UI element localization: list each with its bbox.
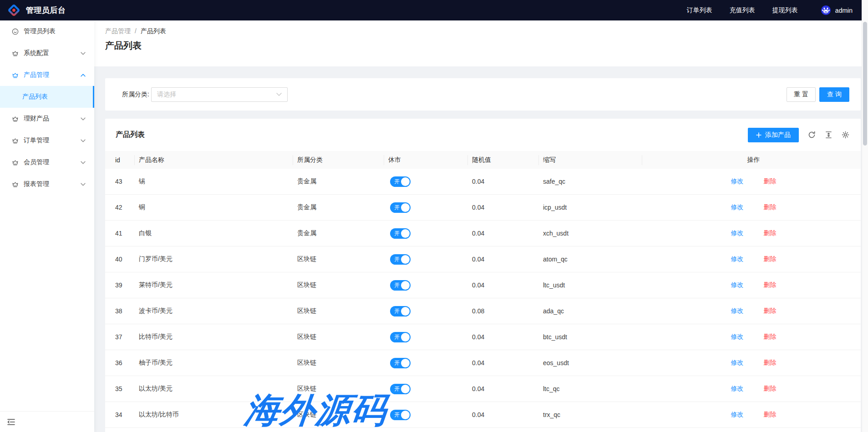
market-toggle[interactable]: 开: [390, 280, 411, 291]
cell-id: 34: [105, 411, 139, 418]
cell-random-value: 0.04: [472, 333, 543, 341]
sidebar-item-finance-products[interactable]: 理财产品: [0, 108, 94, 130]
edit-link[interactable]: 修改: [731, 411, 744, 419]
cell-product-name: 波卡币/美元: [139, 307, 297, 315]
cell-category: 贵金属: [297, 229, 388, 237]
cell-random-value: 0.04: [472, 230, 543, 237]
edit-link[interactable]: 修改: [731, 229, 744, 237]
market-toggle[interactable]: 开: [390, 176, 411, 187]
sidebar-item-product-management[interactable]: 产品管理: [0, 64, 94, 86]
chevron-down-icon: [81, 117, 86, 121]
column-header-category: 所属分类: [297, 156, 388, 164]
reload-icon[interactable]: [808, 131, 816, 139]
add-product-button[interactable]: 添加产品: [748, 128, 799, 142]
column-height-icon[interactable]: [825, 131, 832, 139]
delete-link[interactable]: 删除: [764, 255, 777, 263]
category-select-placeholder: 请选择: [157, 90, 176, 99]
cell-category: 区块链: [297, 359, 388, 367]
toggle-on-label: 开: [394, 280, 400, 291]
delete-link[interactable]: 删除: [764, 281, 777, 289]
edit-link[interactable]: 修改: [731, 255, 744, 263]
delete-link[interactable]: 删除: [764, 385, 777, 393]
delete-link[interactable]: 删除: [764, 307, 777, 315]
cell-abbr: trx_qc: [543, 411, 646, 418]
cell-market-switch: 开: [388, 332, 472, 342]
cell-product-name: 锡: [139, 177, 297, 186]
toggle-on-label: 开: [394, 358, 400, 368]
delete-link[interactable]: 删除: [764, 333, 777, 341]
sidebar-item-system-config[interactable]: 系统配置: [0, 42, 94, 64]
cell-market-switch: 开: [388, 176, 472, 187]
cell-abbr: ltc_qc: [543, 385, 646, 392]
delete-link[interactable]: 删除: [764, 411, 777, 419]
reset-button[interactable]: 重 置: [787, 87, 816, 102]
market-toggle[interactable]: 开: [390, 202, 411, 213]
edit-link[interactable]: 修改: [731, 333, 744, 341]
menu-fold-icon[interactable]: [7, 419, 15, 425]
topnav-withdraw-list[interactable]: 提现列表: [772, 6, 798, 15]
edit-link[interactable]: 修改: [731, 385, 744, 393]
cell-abbr: eos_usdt: [543, 359, 646, 367]
sidebar-item-order-management[interactable]: 订单管理: [0, 130, 94, 151]
cell-actions: 修改删除: [646, 255, 861, 263]
sidebar-item-member-management[interactable]: 会员管理: [0, 151, 94, 173]
cell-id: 43: [105, 178, 139, 185]
market-toggle[interactable]: 开: [390, 358, 411, 368]
delete-link[interactable]: 删除: [764, 229, 777, 237]
topbar: 管理员后台 订单列表 充值列表 提现列表 du admin: [0, 0, 868, 20]
table-card-header: 产品列表 添加产品: [105, 119, 861, 151]
market-toggle[interactable]: 开: [390, 410, 411, 420]
cell-id: 40: [105, 256, 139, 263]
user-menu[interactable]: du admin: [821, 5, 853, 15]
cell-category: 区块链: [297, 333, 388, 341]
topnav-recharge-list[interactable]: 充值列表: [730, 6, 755, 15]
toggle-knob: [401, 359, 410, 367]
delete-link[interactable]: 删除: [764, 203, 777, 211]
scrollbar-thumb[interactable]: [863, 22, 867, 146]
edit-link[interactable]: 修改: [731, 307, 744, 315]
cell-abbr: ltc_usdt: [543, 281, 646, 289]
edit-link[interactable]: 修改: [731, 359, 744, 367]
sidebar-item-admin-list[interactable]: 管理员列表: [0, 20, 94, 42]
chevron-up-icon: [81, 74, 86, 77]
cell-actions: 修改删除: [646, 177, 861, 186]
breadcrumb-parent[interactable]: 产品管理: [105, 27, 131, 35]
cell-random-value: 0.04: [472, 281, 543, 289]
app-title: 管理员后台: [26, 5, 66, 15]
market-toggle[interactable]: 开: [390, 228, 411, 239]
cell-actions: 修改删除: [646, 385, 861, 393]
table-card: 产品列表 添加产品: [105, 119, 861, 432]
table-row: 36柚子币/美元区块链开0.04eos_usdt修改删除: [105, 350, 861, 376]
column-header-random-value: 随机值: [472, 156, 543, 164]
crown-icon: [11, 116, 19, 122]
cell-product-name: 白银: [139, 229, 297, 237]
cell-random-value: 0.04: [472, 204, 543, 211]
cell-id: 39: [105, 281, 139, 289]
toggle-on-label: 开: [394, 384, 400, 394]
vertical-scrollbar[interactable]: [862, 0, 868, 432]
market-toggle[interactable]: 开: [390, 254, 411, 265]
market-toggle[interactable]: 开: [390, 384, 411, 394]
sidebar-item-label: 理财产品: [24, 115, 81, 123]
sidebar-item-report-management[interactable]: 报表管理: [0, 173, 94, 195]
settings-gear-icon[interactable]: [842, 131, 849, 139]
toggle-knob: [401, 281, 410, 290]
category-select[interactable]: 请选择: [151, 87, 288, 102]
edit-link[interactable]: 修改: [731, 203, 744, 211]
cell-product-name: 铜: [139, 203, 297, 211]
market-toggle[interactable]: 开: [390, 332, 411, 342]
edit-link[interactable]: 修改: [731, 177, 744, 186]
market-toggle[interactable]: 开: [390, 306, 411, 316]
sidebar-item-label: 报表管理: [24, 180, 81, 188]
query-button[interactable]: 查 询: [819, 87, 849, 102]
edit-link[interactable]: 修改: [731, 281, 744, 289]
breadcrumb-current: 产品列表: [141, 27, 166, 35]
delete-link[interactable]: 删除: [764, 359, 777, 367]
table-row: 34以太坊/比特币区块链开0.04trx_qc修改删除: [105, 402, 861, 428]
toggle-on-label: 开: [394, 332, 400, 342]
category-filter-label: 所属分类:: [122, 90, 149, 99]
delete-link[interactable]: 删除: [764, 177, 777, 186]
topnav-order-list[interactable]: 订单列表: [687, 6, 712, 15]
breadcrumb: 产品管理/产品列表: [105, 27, 857, 35]
sidebar-subitem-product-list[interactable]: 产品列表: [0, 86, 94, 108]
